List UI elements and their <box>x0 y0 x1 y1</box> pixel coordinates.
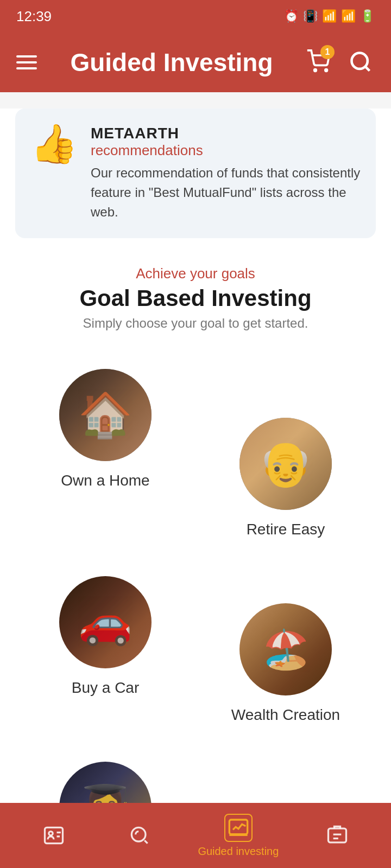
status-bar: 12:39 ⏰ 📳 📶 📶 🔋 <box>0 0 391 33</box>
thumbs-up-icon: 👍 <box>30 125 78 163</box>
header-actions: 1 <box>306 48 375 78</box>
menu-button[interactable] <box>16 55 37 69</box>
achieve-label: Achieve your goals <box>15 265 376 282</box>
rec-brand: METAARTH <box>91 125 361 142</box>
goal-retire-easy[interactable]: Retire Easy <box>195 353 376 560</box>
goal-wealth-creation[interactable]: Wealth Creation <box>195 560 376 745</box>
battery-icon: 🔋 <box>360 9 375 23</box>
vibrate-icon: 📳 <box>303 9 318 23</box>
status-icons: ⏰ 📳 📶 📶 🔋 <box>284 9 375 23</box>
goal-subtitle: Simply choose your goal to get started. <box>15 316 376 331</box>
goal-title: Goal Based Investing <box>15 285 376 311</box>
recommendation-card[interactable]: 👍 METAARTH recommendations Our recommend… <box>15 108 376 238</box>
portfolio-icon-wrap <box>323 821 351 850</box>
page-title: Guided Investing <box>70 48 273 77</box>
profile-icon-wrap <box>40 821 68 850</box>
nav-guided-investing[interactable]: Guided investing <box>198 814 279 858</box>
app-header: Guided Investing 1 <box>0 33 391 92</box>
profile-icon <box>42 824 66 847</box>
wealth-creation-image <box>239 603 332 695</box>
goal-section-header: Achieve your goals Goal Based Investing … <box>0 254 391 331</box>
svg-point-5 <box>49 832 53 835</box>
nav-profile[interactable] <box>27 821 81 850</box>
nav-explore[interactable] <box>112 821 167 850</box>
rec-subtitle: recommendations <box>91 142 361 159</box>
svg-line-3 <box>365 66 370 71</box>
goals-grid: Own a Home Retire Easy Buy a Car Wealth … <box>0 353 391 868</box>
buy-car-label: Buy a Car <box>72 679 140 697</box>
cart-button[interactable]: 1 <box>306 49 330 75</box>
wifi-icon: 📶 <box>322 9 337 23</box>
alarm-icon: ⏰ <box>284 9 299 23</box>
nav-portfolio[interactable] <box>310 821 364 850</box>
cart-badge: 1 <box>320 45 335 59</box>
time: 12:39 <box>16 8 52 25</box>
guided-investing-nav-label: Guided investing <box>198 845 279 858</box>
svg-point-0 <box>314 69 317 72</box>
rec-description: Our recommendation of funds that consist… <box>91 163 361 222</box>
explore-icon <box>128 824 152 847</box>
own-home-image <box>59 369 152 461</box>
search-icon <box>349 50 373 74</box>
retire-easy-label: Retire Easy <box>247 521 325 538</box>
signal-icon: 📶 <box>341 9 356 23</box>
guided-investing-icon <box>228 816 249 840</box>
main-content: 👍 METAARTH recommendations Our recommend… <box>0 108 391 868</box>
svg-point-1 <box>325 69 327 72</box>
recommendation-text: METAARTH recommendations Our recommendat… <box>91 125 361 222</box>
portfolio-icon <box>325 824 349 847</box>
svg-rect-11 <box>329 828 346 843</box>
goal-buy-car[interactable]: Buy a Car <box>15 560 195 745</box>
wealth-creation-label: Wealth Creation <box>231 706 340 724</box>
svg-point-2 <box>352 53 368 68</box>
guided-investing-icon-wrap <box>224 814 253 842</box>
explore-icon-wrap <box>125 821 154 850</box>
buy-car-image <box>59 576 152 668</box>
search-button[interactable] <box>346 48 375 78</box>
retire-easy-image <box>239 418 332 510</box>
svg-point-8 <box>131 827 146 841</box>
svg-rect-4 <box>45 827 62 843</box>
svg-rect-9 <box>229 820 247 834</box>
own-home-label: Own a Home <box>61 472 149 489</box>
goal-own-home[interactable]: Own a Home <box>15 353 195 560</box>
bottom-navigation: Guided investing <box>0 803 391 868</box>
